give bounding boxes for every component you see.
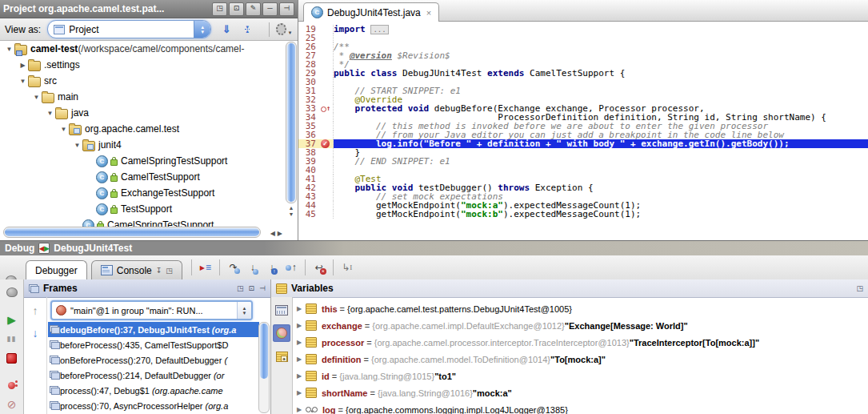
tree-row[interactable]: CamelSpringTestSupport bbox=[1, 153, 286, 169]
float-icon[interactable]: ◳ bbox=[856, 284, 863, 292]
stop-icon[interactable] bbox=[5, 351, 19, 365]
gear-icon[interactable] bbox=[276, 24, 286, 34]
tree-row[interactable]: TestSupport bbox=[1, 201, 286, 217]
tree-expander-icon[interactable]: ▼ bbox=[72, 142, 82, 149]
tree-row[interactable]: ExchangeTestSupport bbox=[1, 185, 286, 201]
dropdown-stepper-icon[interactable]: ▲▼ bbox=[194, 21, 210, 38]
frames-header-icons: ◳⊡⊣ bbox=[237, 284, 266, 292]
frame-row[interactable]: beforeProcess():214, DefaultDebugger (or bbox=[48, 368, 259, 383]
show-execution-point-icon[interactable] bbox=[198, 260, 213, 275]
expander-icon[interactable]: ▶ bbox=[293, 305, 306, 312]
thread-dropdown[interactable]: "main"@1 in group "main": RUN... ▲▼ bbox=[50, 300, 253, 320]
previous-frame-icon[interactable] bbox=[28, 303, 42, 318]
pause-icon[interactable] bbox=[5, 332, 19, 346]
tree-vertical-scrollbar[interactable] bbox=[286, 42, 297, 203]
frame-row[interactable]: beforeProcess():435, CamelTestSupport$D bbox=[48, 337, 259, 352]
mute-breakpoints-icon[interactable] bbox=[5, 397, 19, 412]
frame-row[interactable]: process():70, AsyncProcessorHelper (org.… bbox=[48, 398, 259, 413]
variable-row[interactable]: ▶shortName = {java.lang.String@1016}"moc… bbox=[293, 384, 866, 401]
frame-row[interactable]: onBeforeProcess():270, DefaultDebugger ( bbox=[48, 352, 259, 368]
tab-console[interactable]: Console↧◳ bbox=[91, 260, 182, 279]
balloon-icon[interactable] bbox=[5, 285, 19, 299]
tree-row[interactable]: ▶.settings bbox=[1, 57, 286, 73]
tree-row[interactable]: ▼java bbox=[1, 105, 286, 121]
code-line[interactable]: 19import ... bbox=[298, 25, 868, 34]
tree-row[interactable]: ▼org.apache.camel.test bbox=[1, 121, 286, 137]
expand-all-icon[interactable] bbox=[219, 22, 234, 37]
toolbar-separator bbox=[305, 259, 306, 275]
tree-row[interactable]: CamelSpringTestSupport bbox=[1, 217, 286, 227]
variable-value: "to1" bbox=[434, 372, 456, 381]
watches-button[interactable] bbox=[273, 324, 290, 342]
tree-row[interactable]: CamelTestSupport bbox=[1, 169, 286, 185]
resume-icon[interactable] bbox=[5, 312, 19, 327]
tree-expander-icon[interactable]: ▼ bbox=[45, 110, 55, 117]
tree-expander-icon[interactable]: ▶ bbox=[18, 62, 28, 69]
tree-scroll-arrows[interactable]: ▲▼ bbox=[286, 205, 296, 218]
force-step-into-icon[interactable] bbox=[265, 260, 279, 275]
tree-expander-icon[interactable]: ▼ bbox=[4, 46, 14, 53]
expander-icon[interactable]: ▶ bbox=[293, 389, 306, 396]
gutter-cell bbox=[319, 78, 334, 86]
code-line[interactable]: 45 getMockEndpoint("mock:b").expectedMes… bbox=[298, 210, 868, 219]
float-window-button[interactable]: ◳ bbox=[212, 2, 227, 16]
code-line[interactable]: 29public class DebugJUnit4Test extends C… bbox=[298, 69, 868, 78]
tree-row[interactable]: ▼main bbox=[1, 89, 286, 105]
tree-row[interactable]: ▼camel-test (/workspace/camel/components… bbox=[1, 41, 286, 57]
tree-row[interactable]: ▼junit4 bbox=[1, 137, 286, 153]
expander-icon[interactable]: ▶ bbox=[293, 356, 306, 363]
frames-scrollbar[interactable] bbox=[258, 322, 270, 413]
code-line[interactable]: 25 bbox=[298, 34, 868, 42]
frame-row[interactable]: process():47, Debug$1 (org.apache.came bbox=[48, 383, 259, 398]
code-line[interactable]: 39 // END SNIPPET: e1 bbox=[298, 157, 868, 166]
editor-tab[interactable]: DebugJUnit4Test.java × bbox=[303, 2, 439, 22]
variable-row[interactable]: ▶id = {java.lang.String@1015}"to1" bbox=[293, 368, 866, 384]
expander-icon[interactable]: ▶ bbox=[293, 322, 306, 329]
code-area[interactable]: 19import ...2526/**27 * @version $Revisi… bbox=[298, 22, 868, 240]
expander-icon[interactable]: ▶ bbox=[293, 406, 306, 413]
calculator-button[interactable] bbox=[273, 301, 290, 319]
collapse-all-icon[interactable] bbox=[240, 22, 254, 37]
code-line[interactable]: 40 bbox=[298, 166, 868, 175]
thread-dropdown-stepper-icon[interactable]: ▲▼ bbox=[237, 302, 251, 319]
hide-window-button[interactable]: ⊣ bbox=[279, 2, 294, 16]
pin-window-button[interactable]: ✎ bbox=[246, 2, 261, 16]
close-icon[interactable]: × bbox=[426, 8, 431, 18]
expander-icon[interactable]: ▶ bbox=[293, 372, 306, 380]
pop-frame-icon[interactable] bbox=[312, 260, 326, 275]
float-icon[interactable]: ◳ bbox=[237, 284, 244, 292]
tree-expander-icon[interactable]: ▼ bbox=[58, 126, 69, 133]
tree-expander-icon[interactable]: ▼ bbox=[18, 78, 28, 85]
variable-row[interactable]: ▶this = {org.apache.camel.test.patterns.… bbox=[293, 300, 866, 317]
tree-expander-icon[interactable]: ▼ bbox=[31, 94, 42, 101]
hide-icon[interactable]: ⊣ bbox=[259, 284, 266, 292]
variable-row[interactable]: ▶processor = {org.apache.camel.processor… bbox=[293, 334, 866, 351]
step-into-icon[interactable] bbox=[246, 260, 260, 275]
next-frame-icon[interactable] bbox=[28, 326, 42, 340]
step-out-icon[interactable] bbox=[284, 260, 298, 275]
tree-hscroll-arrows[interactable]: ◀▶ bbox=[270, 230, 285, 237]
variable-row[interactable]: ▶log = {org.apache.commons.logging.impl.… bbox=[293, 401, 866, 414]
tree-horizontal-scrollbar[interactable] bbox=[3, 227, 261, 238]
dock-window-button[interactable]: ⊡ bbox=[229, 2, 244, 16]
gutter-cell bbox=[319, 201, 334, 210]
code-line[interactable]: 27 * @version $Revision$ bbox=[298, 51, 868, 60]
run-to-cursor-icon[interactable] bbox=[340, 260, 354, 275]
view-breakpoints-icon[interactable] bbox=[5, 378, 19, 392]
restore-icon[interactable]: ⊡ bbox=[249, 284, 255, 292]
tab-debugger[interactable]: Debugger bbox=[26, 260, 87, 279]
toolbar-separator bbox=[191, 259, 192, 275]
variable-row[interactable]: ▶exchange = {org.apache.camel.impl.Defau… bbox=[293, 317, 866, 334]
expander-icon[interactable]: ▶ bbox=[293, 339, 306, 346]
view-as-dropdown[interactable]: Project ▲▼ bbox=[47, 20, 211, 38]
breakpoint-icon[interactable] bbox=[319, 139, 334, 148]
frame-row[interactable]: debugBefore():37, DebugJUnit4Test (org.a bbox=[48, 322, 259, 337]
code-line[interactable]: 37 log.info("Before " + definition + " w… bbox=[298, 139, 868, 148]
minimize-window-button[interactable]: ─ bbox=[262, 2, 278, 16]
step-over-icon[interactable] bbox=[226, 260, 241, 275]
float-icon[interactable]: ◳ bbox=[166, 267, 173, 275]
scroll-to-end-icon[interactable]: ↧ bbox=[156, 267, 162, 275]
tree-row[interactable]: ▼src bbox=[1, 73, 286, 89]
fields-button[interactable] bbox=[273, 348, 290, 365]
variable-row[interactable]: ▶definition = {org.apache.camel.model.To… bbox=[293, 351, 866, 368]
